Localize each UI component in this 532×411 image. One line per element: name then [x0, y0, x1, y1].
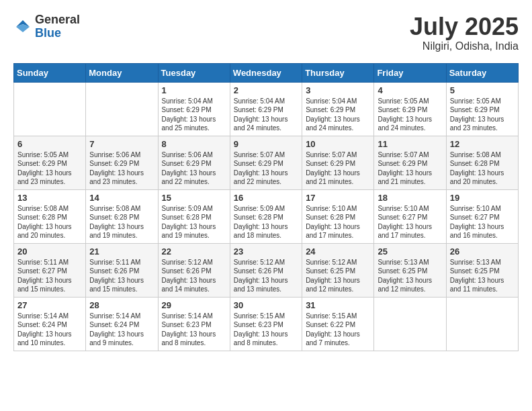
day-info: Sunrise: 5:08 AM Sunset: 6:28 PM Dayligh…: [17, 204, 82, 240]
calendar-cell: 26Sunrise: 5:13 AM Sunset: 6:25 PM Dayli…: [446, 243, 518, 297]
day-of-week-header: Tuesday: [158, 63, 230, 82]
calendar-cell: 10Sunrise: 5:07 AM Sunset: 6:29 PM Dayli…: [302, 136, 374, 189]
day-number: 7: [89, 139, 154, 149]
calendar-cell: 31Sunrise: 5:15 AM Sunset: 6:22 PM Dayli…: [302, 297, 374, 351]
day-of-week-header: Sunday: [14, 63, 86, 82]
calendar-cell: 6Sunrise: 5:05 AM Sunset: 6:29 PM Daylig…: [14, 136, 86, 189]
day-info: Sunrise: 5:07 AM Sunset: 6:29 PM Dayligh…: [378, 150, 442, 187]
calendar-cell: 24Sunrise: 5:12 AM Sunset: 6:25 PM Dayli…: [302, 243, 374, 297]
location-title: Nilgiri, Odisha, India: [410, 40, 519, 52]
day-of-week-header: Friday: [374, 63, 446, 82]
day-info: Sunrise: 5:07 AM Sunset: 6:29 PM Dayligh…: [306, 150, 370, 187]
day-info: Sunrise: 5:12 AM Sunset: 6:25 PM Dayligh…: [306, 258, 370, 294]
day-info: Sunrise: 5:08 AM Sunset: 6:28 PM Dayligh…: [89, 204, 154, 240]
calendar-week-row: 13Sunrise: 5:08 AM Sunset: 6:28 PM Dayli…: [14, 189, 519, 243]
day-of-week-header: Wednesday: [230, 63, 302, 82]
day-number: 2: [234, 85, 298, 95]
day-number: 28: [89, 300, 154, 310]
day-info: Sunrise: 5:15 AM Sunset: 6:23 PM Dayligh…: [234, 312, 298, 348]
day-info: Sunrise: 5:14 AM Sunset: 6:24 PM Dayligh…: [89, 312, 154, 348]
calendar-cell: 3Sunrise: 5:04 AM Sunset: 6:29 PM Daylig…: [302, 82, 374, 136]
day-info: Sunrise: 5:08 AM Sunset: 6:28 PM Dayligh…: [450, 150, 515, 187]
calendar-cell: 21Sunrise: 5:11 AM Sunset: 6:26 PM Dayli…: [86, 243, 158, 297]
day-number: 24: [306, 246, 370, 257]
logo-text: General Blue: [35, 13, 80, 40]
calendar-cell: [446, 297, 518, 351]
logo-general-text: General: [35, 13, 80, 27]
calendar-cell: 18Sunrise: 5:10 AM Sunset: 6:27 PM Dayli…: [374, 189, 446, 243]
calendar-cell: 13Sunrise: 5:08 AM Sunset: 6:28 PM Dayli…: [14, 189, 86, 243]
day-number: 10: [306, 139, 370, 149]
day-info: Sunrise: 5:10 AM Sunset: 6:27 PM Dayligh…: [450, 204, 515, 240]
calendar-cell: 1Sunrise: 5:04 AM Sunset: 6:29 PM Daylig…: [158, 82, 230, 136]
day-number: 21: [89, 246, 154, 257]
day-of-week-header: Monday: [86, 63, 158, 82]
day-number: 1: [162, 85, 226, 95]
day-number: 15: [162, 193, 226, 203]
day-number: 17: [306, 193, 370, 203]
day-info: Sunrise: 5:14 AM Sunset: 6:23 PM Dayligh…: [162, 312, 226, 348]
day-info: Sunrise: 5:09 AM Sunset: 6:28 PM Dayligh…: [234, 204, 298, 240]
calendar-cell: 19Sunrise: 5:10 AM Sunset: 6:27 PM Dayli…: [446, 189, 518, 243]
calendar-cell: 23Sunrise: 5:12 AM Sunset: 6:26 PM Dayli…: [230, 243, 302, 297]
day-number: 26: [450, 246, 515, 257]
calendar-cell: 15Sunrise: 5:09 AM Sunset: 6:28 PM Dayli…: [158, 189, 230, 243]
calendar-cell: 27Sunrise: 5:14 AM Sunset: 6:24 PM Dayli…: [14, 297, 86, 351]
day-info: Sunrise: 5:09 AM Sunset: 6:28 PM Dayligh…: [162, 204, 226, 240]
logo-icon: [13, 17, 32, 36]
day-info: Sunrise: 5:14 AM Sunset: 6:24 PM Dayligh…: [17, 312, 82, 348]
day-info: Sunrise: 5:12 AM Sunset: 6:26 PM Dayligh…: [234, 258, 298, 294]
day-number: 9: [234, 139, 298, 149]
day-info: Sunrise: 5:04 AM Sunset: 6:29 PM Dayligh…: [306, 97, 370, 133]
logo: General Blue: [13, 13, 80, 40]
calendar-cell: 25Sunrise: 5:13 AM Sunset: 6:25 PM Dayli…: [374, 243, 446, 297]
day-info: Sunrise: 5:11 AM Sunset: 6:26 PM Dayligh…: [89, 258, 154, 294]
calendar-cell: 2Sunrise: 5:04 AM Sunset: 6:29 PM Daylig…: [230, 82, 302, 136]
calendar-header-row: SundayMondayTuesdayWednesdayThursdayFrid…: [14, 63, 519, 82]
day-number: 30: [234, 300, 298, 310]
day-number: 29: [162, 300, 226, 310]
day-number: 6: [17, 139, 82, 149]
day-number: 4: [378, 85, 442, 95]
calendar-cell: 30Sunrise: 5:15 AM Sunset: 6:23 PM Dayli…: [230, 297, 302, 351]
day-of-week-header: Saturday: [446, 63, 518, 82]
day-number: 11: [378, 139, 442, 149]
day-number: 12: [450, 139, 515, 149]
calendar-week-row: 20Sunrise: 5:11 AM Sunset: 6:27 PM Dayli…: [14, 243, 519, 297]
day-number: 20: [17, 246, 82, 257]
page-header: General Blue July 2025 Nilgiri, Odisha, …: [13, 13, 519, 52]
day-number: 31: [306, 300, 370, 310]
calendar-cell: 8Sunrise: 5:06 AM Sunset: 6:29 PM Daylig…: [158, 136, 230, 189]
day-number: 13: [17, 193, 82, 203]
day-number: 5: [450, 85, 515, 95]
calendar-cell: 22Sunrise: 5:12 AM Sunset: 6:26 PM Dayli…: [158, 243, 230, 297]
day-number: 27: [17, 300, 82, 310]
calendar-cell: 11Sunrise: 5:07 AM Sunset: 6:29 PM Dayli…: [374, 136, 446, 189]
day-number: 16: [234, 193, 298, 203]
day-number: 23: [234, 246, 298, 257]
calendar-cell: 7Sunrise: 5:06 AM Sunset: 6:29 PM Daylig…: [86, 136, 158, 189]
day-number: 19: [450, 193, 515, 203]
day-info: Sunrise: 5:13 AM Sunset: 6:25 PM Dayligh…: [450, 258, 515, 294]
calendar-cell: 12Sunrise: 5:08 AM Sunset: 6:28 PM Dayli…: [446, 136, 518, 189]
day-info: Sunrise: 5:12 AM Sunset: 6:26 PM Dayligh…: [162, 258, 226, 294]
calendar-cell: 14Sunrise: 5:08 AM Sunset: 6:28 PM Dayli…: [86, 189, 158, 243]
calendar-cell: [86, 82, 158, 136]
logo-blue-text: Blue: [35, 27, 80, 40]
day-info: Sunrise: 5:15 AM Sunset: 6:22 PM Dayligh…: [306, 312, 370, 348]
day-info: Sunrise: 5:06 AM Sunset: 6:29 PM Dayligh…: [162, 150, 226, 187]
calendar-cell: [374, 297, 446, 351]
month-year-title: July 2025: [410, 13, 519, 40]
calendar-table: SundayMondayTuesdayWednesdayThursdayFrid…: [13, 63, 519, 351]
calendar-week-row: 27Sunrise: 5:14 AM Sunset: 6:24 PM Dayli…: [14, 297, 519, 351]
calendar-cell: 4Sunrise: 5:05 AM Sunset: 6:29 PM Daylig…: [374, 82, 446, 136]
calendar-cell: 17Sunrise: 5:10 AM Sunset: 6:28 PM Dayli…: [302, 189, 374, 243]
day-info: Sunrise: 5:05 AM Sunset: 6:29 PM Dayligh…: [378, 97, 442, 133]
day-info: Sunrise: 5:10 AM Sunset: 6:27 PM Dayligh…: [378, 204, 442, 240]
day-number: 14: [89, 193, 154, 203]
day-info: Sunrise: 5:04 AM Sunset: 6:29 PM Dayligh…: [162, 97, 226, 133]
day-info: Sunrise: 5:04 AM Sunset: 6:29 PM Dayligh…: [234, 97, 298, 133]
day-info: Sunrise: 5:05 AM Sunset: 6:29 PM Dayligh…: [450, 97, 515, 133]
day-info: Sunrise: 5:13 AM Sunset: 6:25 PM Dayligh…: [378, 258, 442, 294]
calendar-cell: 28Sunrise: 5:14 AM Sunset: 6:24 PM Dayli…: [86, 297, 158, 351]
